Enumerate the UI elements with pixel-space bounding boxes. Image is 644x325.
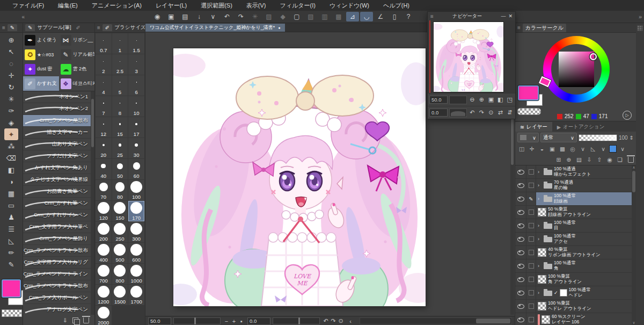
- tool-button[interactable]: ☰: [4, 223, 18, 235]
- brush-size-cell[interactable]: 2.5: [112, 54, 128, 75]
- tool-button[interactable]: ◧: [4, 164, 18, 176]
- layer-check-cell[interactable]: [526, 246, 536, 259]
- layer-visibility-toggle[interactable]: [515, 206, 526, 219]
- layer-row[interactable]: 100 %通常 角: [515, 259, 636, 273]
- opacity-spinner-icon[interactable]: ⇕: [630, 135, 634, 141]
- tab-layers[interactable]: ≋ レイヤー: [515, 122, 552, 132]
- layer-row-main[interactable]: 40 %乗算 リボン線画 アウトライン: [536, 246, 636, 259]
- toolbar-icon[interactable]: ?: [402, 12, 415, 21]
- toolbar-icon[interactable]: ▨: [262, 12, 275, 21]
- brush-item[interactable]: Crm_ラメペンキラキラ散布: [23, 245, 94, 257]
- tool-button[interactable]: ✛: [4, 69, 18, 81]
- sub-tool-group[interactable]: ✎ リアル鉛筆: [59, 47, 95, 62]
- toolbar-icon[interactable]: ∨: [207, 12, 219, 21]
- layer-row-main[interactable]: 100 %通常 ヘドレ: [536, 286, 636, 299]
- brush-item[interactable]: 山あり文字ペン: [23, 139, 94, 150]
- brush-size-cell[interactable]: 6: [128, 75, 144, 96]
- navigator-zoom-input[interactable]: 50.0: [429, 96, 448, 104]
- layer-row-main[interactable]: 60 %スクリーン レイヤー 106: [536, 313, 636, 325]
- tool-button[interactable]: ▭: [4, 199, 18, 211]
- navigator-button[interactable]: ⊕: [478, 96, 485, 104]
- toolbar-icon[interactable]: ◉: [151, 12, 164, 21]
- canvas-rotate-button[interactable]: ↶: [322, 317, 330, 324]
- layer-list-scrollbar[interactable]: ∧∨: [632, 165, 636, 325]
- color-options-icon[interactable]: ▷: [623, 111, 632, 120]
- brush-size-cell[interactable]: 12: [96, 117, 112, 138]
- brush-item[interactable]: Crm_ラメペンキラキラ散布: [23, 280, 94, 292]
- brush-size-cell[interactable]: 300: [128, 222, 144, 242]
- tool-button[interactable]: ✑: [4, 105, 18, 117]
- layer-visibility-toggle[interactable]: [515, 273, 526, 286]
- brush-size-cell[interactable]: 2: [96, 54, 112, 75]
- layer-action-icon[interactable]: ⊕: [565, 155, 573, 164]
- layer-check-cell[interactable]: [526, 192, 536, 205]
- menu-item[interactable]: アニメーション(A): [85, 0, 149, 11]
- blend-mode-combo[interactable]: 通常∨: [540, 133, 577, 142]
- statusbar-collapse-icon[interactable]: ‹: [347, 318, 354, 324]
- layer-row-main[interactable]: 100 %乗算 ヘドレ アウトライン: [536, 300, 636, 313]
- brush-size-cell[interactable]: 500: [112, 243, 128, 263]
- navigator-button[interactable]: ⇄: [496, 109, 504, 117]
- canvas-rotate-button[interactable]: ↷: [330, 317, 337, 324]
- navigator-button[interactable]: ↷: [478, 109, 485, 117]
- toolbar-icon[interactable]: ▢: [290, 12, 303, 21]
- brush-size-cell[interactable]: 1.5: [128, 33, 144, 54]
- layer-color-indicator[interactable]: [609, 145, 617, 153]
- brush-size-cell[interactable]: 600: [128, 243, 144, 263]
- tool-button[interactable]: ↻: [4, 81, 18, 93]
- brush-item[interactable]: ネオンペン1: [23, 91, 94, 103]
- layer-visibility-toggle[interactable]: [515, 233, 526, 245]
- navigator-button[interactable]: ◳: [506, 96, 514, 104]
- expand-arrow-icon[interactable]: [538, 236, 542, 242]
- navigator-button[interactable]: ⊙: [487, 109, 495, 117]
- expand-arrow-icon[interactable]: [538, 169, 542, 175]
- toolbar-icon[interactable]: ▩: [332, 12, 345, 21]
- brush-size-cell[interactable]: 25: [112, 138, 128, 158]
- brush-size-cell[interactable]: 2000: [96, 306, 112, 325]
- canvas-rotate-button[interactable]: ⊙: [337, 317, 345, 324]
- brush-list-scrollbar[interactable]: [91, 91, 94, 315]
- layer-visibility-toggle[interactable]: [515, 300, 526, 313]
- navigator-rotation-slider[interactable]: [449, 109, 467, 117]
- brush-size-cell[interactable]: 60: [128, 159, 144, 179]
- delete-subtool-icon[interactable]: [83, 317, 89, 323]
- tool-button[interactable]: ⌫: [4, 152, 18, 164]
- brush-item[interactable]: Crm_ラメペン星飾り: [23, 233, 94, 245]
- layer-check-cell[interactable]: [526, 233, 536, 245]
- layer-thumbnail[interactable]: [538, 208, 546, 216]
- canvas-rotation-slider[interactable]: [273, 317, 320, 324]
- toolbar-icon[interactable]: ↓: [193, 12, 206, 21]
- layer-action-icon[interactable]: ⊞: [554, 155, 563, 164]
- toolbar-icon[interactable]: ▣: [165, 12, 178, 21]
- brush-size-cell[interactable]: 200: [96, 222, 112, 242]
- layer-property-icon[interactable]: ✛: [528, 145, 536, 153]
- layer-property-icon[interactable]: ◫: [517, 145, 526, 153]
- layer-row-main[interactable]: 50 %乗算 顔線画 アウトライン: [536, 206, 636, 219]
- layer-action-icon[interactable]: ❏: [616, 155, 624, 164]
- layer-check-cell[interactable]: [526, 313, 536, 325]
- navigator-button[interactable]: ◧: [496, 96, 504, 104]
- menu-item[interactable]: フィルター(I): [273, 0, 323, 11]
- brush-size-cell[interactable]: 30: [128, 138, 144, 158]
- layer-visibility-toggle[interactable]: [515, 259, 526, 272]
- toolbar-icon[interactable]: ▤: [179, 12, 192, 21]
- main-color-swatch[interactable]: [2, 279, 21, 298]
- layer-row[interactable]: 100 %乗算 角 アウトライン: [515, 273, 636, 286]
- brush-item[interactable]: アナログ文字ペン: [23, 304, 94, 315]
- navigator-button[interactable]: ⊖: [469, 96, 476, 104]
- document-tab[interactable]: ワコム公式サイトイラストテクニック_姫神かをり_清書* ●: [145, 24, 285, 32]
- menu-item[interactable]: ファイル(F): [5, 0, 51, 11]
- brush-size-cell[interactable]: 15: [112, 117, 128, 138]
- brush-size-tab-icon[interactable]: ✐: [103, 24, 112, 31]
- brush-item[interactable]: Crm_ラメペンドットライン: [23, 269, 94, 280]
- tool-button[interactable]: ▦: [4, 187, 18, 199]
- color-set-palette-icon[interactable]: [637, 25, 643, 31]
- layer-row[interactable]: 100 %通常 目: [515, 219, 636, 233]
- brush-item[interactable]: Crm_文字用ラメ入り筆ペ: [23, 221, 94, 233]
- layer-row[interactable]: 40 %乗算 リボン線画 アウトライン: [515, 246, 636, 259]
- layer-visibility-toggle[interactable]: [515, 179, 526, 192]
- layer-check-cell[interactable]: [526, 286, 536, 299]
- layer-row-main[interactable]: 100 %乗算 角 アウトライン: [536, 273, 636, 286]
- tool-button[interactable]: ⊕: [4, 34, 18, 46]
- layer-row-main[interactable]: 100 %通常 角: [536, 259, 636, 272]
